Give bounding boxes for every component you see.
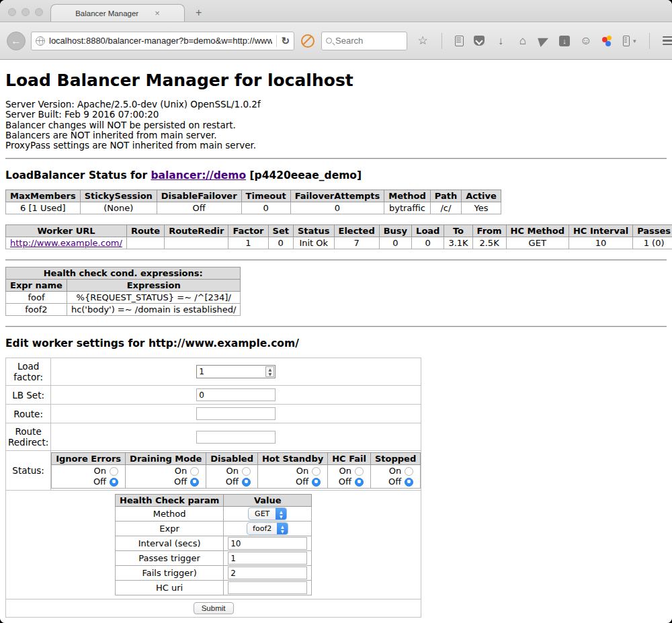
table-header-row: Expr name Expression [6,280,241,292]
status-row: Status: Ignore ErrorsDraining ModeDisabl… [6,451,421,491]
hot-standby-on-radio[interactable] [312,467,321,476]
bookmark-star-icon[interactable]: ☆ [417,35,429,47]
hc-uri-label: HC uri [116,581,224,595]
proxypass-note: ProxyPass settings are NOT inherited fro… [5,140,256,151]
hc-uri-row: HC uri [116,581,312,595]
hc-uri-input[interactable] [228,581,307,594]
pocket-icon[interactable] [474,36,485,46]
route-redirect-row: Route Redirect: [6,423,421,451]
colorful-extension-icon[interactable] [602,36,613,46]
hc-fail-on-radio[interactable] [355,467,364,476]
lb-set-input[interactable] [196,388,276,401]
new-tab-button[interactable]: + [196,7,202,19]
draining-mode-cell: On Off [126,465,206,489]
disabled-cell: On Off [206,465,258,489]
lb-set-row: LB Set: [6,386,421,405]
passes-label: Passes trigger [116,551,224,566]
divider [5,158,667,159]
tab-bar: Balancer Manager × + [0,0,672,22]
interval-input[interactable] [228,537,307,550]
divider [5,259,667,261]
number-stepper-icon[interactable]: ▲▼ [265,366,274,377]
window-controls[interactable] [8,8,43,16]
interval-row: Interval (secs) [116,536,312,551]
tab-close-icon[interactable]: × [155,8,160,18]
disabled-off-radio[interactable] [242,478,251,487]
server-extension-icon[interactable] [623,36,630,46]
menu-icon[interactable] [663,36,672,46]
feedback-smiley-icon[interactable]: ☺ [580,35,592,47]
draining-mode-on-radio[interactable] [190,467,199,476]
search-icon [326,38,332,44]
fails-row: Fails trigger) [116,566,312,581]
extension-download-icon[interactable]: ↓ [559,36,570,46]
hot-standby-cell: On Off [257,465,327,489]
submit-button[interactable]: Submit [194,602,234,614]
expr-row: Expr foof2 ▲▼ [116,522,312,536]
toolbar-divider [442,33,442,49]
worker-url-link[interactable]: http://www.example.com/ [10,238,122,248]
chevron-down-icon[interactable]: ▾ [633,38,636,44]
home-icon[interactable]: ⌂ [517,35,529,47]
search-input[interactable] [335,36,403,46]
ignore-errors-cell: On Off [52,465,126,489]
site-identity-icon[interactable] [36,36,45,46]
server-built: Server Built: Feb 9 2016 07:00:20 [5,109,159,120]
hot-standby-off-radio[interactable] [312,478,321,487]
select-stepper-icon: ▲▼ [277,523,288,534]
hc-fail-cell: On Off [328,465,371,489]
ignore-errors-off-radio[interactable] [110,478,118,487]
expr-label: Expr [116,522,224,536]
balancer-demo-link[interactable]: balancer://demo [151,169,246,181]
expr-table-title-row: Health check cond. expressions: [6,267,241,280]
hc-params-row: Health Check param Value Method GET ▲▼ [6,491,421,599]
downloads-icon[interactable]: ↓ [495,35,507,47]
worker-settings-form: Load factor: ▲▼ LB Set: Route: Route Red… [5,358,421,618]
hc-fail-off-radio[interactable] [355,478,364,487]
send-tab-icon[interactable] [538,35,550,47]
method-select[interactable]: GET ▲▼ [248,507,287,520]
method-row: Method GET ▲▼ [116,507,312,522]
route-input[interactable] [196,407,276,420]
worker-table: Worker URLRouteRouteRedirFactorSetStatus… [5,224,672,249]
reading-list-icon[interactable] [455,36,464,46]
search-bar[interactable] [321,32,407,50]
url-bar[interactable]: localhost:8880/balancer-manager?b=demo&w… [31,32,294,50]
minimize-window-button[interactable] [22,8,30,16]
stopped-on-radio[interactable] [405,467,413,476]
tab-title: Balancer Manager [75,9,138,17]
expr-select[interactable]: foof2 ▲▼ [247,522,288,535]
tab-balancer-manager[interactable]: Balancer Manager × [50,4,185,22]
passes-row: Passes trigger [116,551,312,566]
lb-status-heading: LoadBalancer Status for balancer://demo … [5,169,667,181]
url-text[interactable]: localhost:8880/balancer-manager?b=demo&w… [49,36,272,46]
draining-mode-off-radio[interactable] [190,478,199,487]
route-redirect-input[interactable] [196,431,276,444]
status-label: Status: [6,451,51,491]
back-button[interactable]: ← [7,32,26,50]
content-blocked-icon[interactable] [301,34,314,48]
load-factor-field[interactable]: ▲▼ [196,365,276,378]
stopped-off-radio[interactable] [405,478,413,487]
close-window-button[interactable] [8,8,16,16]
fails-label: Fails trigger) [116,566,224,581]
disabled-on-radio[interactable] [242,467,251,476]
method-label: Method [116,507,224,522]
expr-table: Health check cond. expressions: Expr nam… [5,267,241,316]
status-radio-row: On Off On Off On Off [52,465,421,489]
reload-icon[interactable]: ↻ [281,35,290,47]
load-factor-row: Load factor: ▲▼ [6,358,421,386]
status-table: Ignore ErrorsDraining ModeDisabledHot St… [51,452,421,489]
server-version: Server Version: Apache/2.5.0-dev (Unix) … [5,99,261,110]
ignore-errors-on-radio[interactable] [110,467,118,476]
table-row: http://www.example.com/ 1 0 Init Ok 7 0 … [6,237,672,249]
inherit-note: Balancers are NOT inherited from main se… [5,130,217,140]
table-header-row: Ignore ErrorsDraining ModeDisabledHot St… [52,453,421,465]
lb-set-label: LB Set: [6,386,51,405]
load-factor-label: Load factor: [6,358,51,386]
fails-input[interactable] [228,567,307,579]
load-factor-input[interactable] [197,367,265,376]
page-title: Load Balancer Manager for localhost [5,60,667,90]
passes-input[interactable] [228,552,307,565]
zoom-window-button[interactable] [35,8,43,16]
